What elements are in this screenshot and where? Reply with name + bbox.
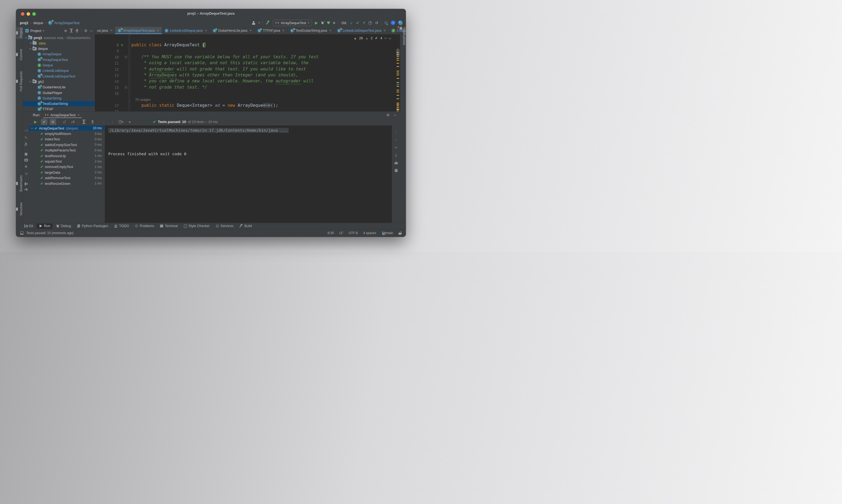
rerun-failed-tests-icon[interactable]: ◖9 <box>24 129 28 132</box>
chevron-down-icon[interactable]: ▾ <box>43 29 44 32</box>
coverage-button[interactable]: ⛊ <box>327 21 330 25</box>
tool-strip-bookmarks[interactable]: Bookmarks <box>16 174 23 193</box>
fold-gutter-icon[interactable]: − <box>125 86 127 89</box>
editor-tab[interactable]: ue.java✕ <box>95 27 115 34</box>
close-tab-icon[interactable]: ✕ <box>157 29 159 32</box>
status-message[interactable]: Tests passed: 10 (moments ago) <box>26 231 73 235</box>
history-icon[interactable] <box>368 21 372 25</box>
tool-window-button-git[interactable]: Git <box>21 223 36 229</box>
run-test-gutter-icon[interactable]: ↻ <box>121 42 123 47</box>
run-console[interactable]: /Library/Java/JavaVirtualMachines/temuri… <box>105 125 392 223</box>
close-tab-icon[interactable]: ✕ <box>205 29 207 32</box>
clear-console-icon[interactable] <box>395 169 398 172</box>
project-tree-item[interactable]: CArrayDequeTest <box>23 57 95 62</box>
sort-alphabetically-icon[interactable]: ↓az <box>61 119 67 125</box>
project-tree-item[interactable]: CGuitarPlayer <box>23 90 95 95</box>
previous-occurrence-icon[interactable]: ↑ <box>100 119 107 125</box>
search-everywhere-icon[interactable] <box>384 21 388 25</box>
editor-tab[interactable]: CLinkedListDequeTest.java✕ <box>334 27 389 34</box>
test-row[interactable]: ✔testResizeUp1 ms <box>29 153 104 159</box>
stop-icon[interactable] <box>25 153 28 156</box>
test-row[interactable]: ✔addIsEmptySizeTest0 ms <box>29 142 104 147</box>
git-branch-widget[interactable]: main <box>382 231 393 235</box>
close-tab-icon[interactable]: ✕ <box>110 29 112 32</box>
user-icon[interactable] <box>252 21 256 25</box>
lock-icon[interactable] <box>398 231 401 235</box>
editor-tab[interactable]: CGuitarHeroLite.java✕ <box>210 27 255 34</box>
test-row[interactable]: ✔indexTest0 ms <box>29 137 104 142</box>
breadcrumb-file[interactable]: ArrayDequeTest <box>54 21 80 25</box>
project-tree-item[interactable]: IDeque <box>23 62 95 68</box>
file-encoding[interactable]: UTF-8 <box>348 231 358 235</box>
show-ignored-toggle[interactable]: ⊘ <box>50 119 56 125</box>
git-commit-icon[interactable]: ✔ <box>356 21 359 25</box>
tool-window-button-services[interactable]: Services <box>213 223 236 229</box>
tool-window-button-python-packages[interactable]: Python Packages <box>74 223 111 229</box>
run-settings-gear-icon[interactable]: ⚙ <box>386 113 390 117</box>
test-row[interactable]: ✔equalsTest2 ms <box>29 159 104 164</box>
tool-strip-notifications[interactable]: Notifications <box>399 28 406 45</box>
print-icon[interactable] <box>394 162 398 165</box>
run-tab[interactable]: ArrayDequeTest ✕ <box>44 112 81 118</box>
tool-strip-commit[interactable]: Commit <box>16 48 23 61</box>
build-hammer-icon[interactable] <box>266 21 270 25</box>
indent-setting[interactable]: 4 spaces <box>363 231 376 235</box>
test-settings-wrench-icon[interactable] <box>24 143 28 146</box>
git-push-icon[interactable]: ↗ <box>362 21 366 25</box>
test-row[interactable]: ✔addRemoveTest0 ms <box>29 175 104 181</box>
gradient-sphere-icon[interactable] <box>398 21 402 25</box>
rerun-tests-button[interactable]: ▶ <box>32 119 39 125</box>
editor-tab[interactable]: CLinkedListDeque.java✕ <box>162 27 210 34</box>
import-test-results-icon[interactable]: ⇲ <box>25 172 28 176</box>
breadcrumb-package[interactable]: deque <box>33 21 43 25</box>
close-tab-icon[interactable]: ✕ <box>383 29 386 32</box>
hide-panel-icon[interactable]: ─ <box>90 29 92 33</box>
project-tree-item[interactable]: proj1 sources root, ~/Documents/cs <box>23 35 95 40</box>
project-tree-item[interactable]: CGuitarString <box>23 95 95 101</box>
tool-window-button-todo[interactable]: TODO <box>112 223 131 229</box>
tool-window-button-terminal[interactable]: Terminal <box>158 223 180 229</box>
code-area[interactable]: 8↻public class ArrayDequeTest {910− /** … <box>95 34 396 111</box>
project-tree-item[interactable]: CTestGuitarString <box>23 101 95 107</box>
tool-window-button-problems[interactable]: Problems <box>132 223 156 229</box>
soft-wrap-icon[interactable]: ↩ <box>395 145 398 149</box>
test-row[interactable]: ✔removeEmptyTest1 ms <box>29 164 104 169</box>
show-passed-toggle[interactable]: ✔ <box>41 119 48 125</box>
project-tree-item[interactable]: gh2 <box>23 79 95 84</box>
layout-icon[interactable] <box>20 231 23 235</box>
expand-all-icon[interactable] <box>70 29 73 33</box>
project-tree-item[interactable]: CArrayDeque <box>23 52 95 57</box>
gear-icon[interactable]: ⚙ <box>84 29 87 33</box>
run-button[interactable]: ▶ <box>315 21 318 25</box>
pin-tab-icon[interactable] <box>24 188 28 192</box>
toggle-auto-test-icon[interactable]: ↻ <box>25 136 28 140</box>
scroll-up-icon[interactable]: ↑ <box>395 129 397 133</box>
debug-button[interactable] <box>321 21 324 24</box>
close-tab-icon[interactable]: ✕ <box>282 29 284 32</box>
editor-tab[interactable]: CArrayDequeTest.java✕ <box>115 27 162 34</box>
project-tree-item[interactable]: .idea <box>23 40 95 46</box>
stop-button[interactable]: ■ <box>333 21 335 25</box>
test-row[interactable]: ✔largeData2 ms <box>29 169 104 175</box>
thread-dump-camera-icon[interactable] <box>24 159 28 162</box>
test-row[interactable]: ✔multipleParamsTest0 ms <box>29 148 104 153</box>
project-tree-item[interactable]: CTTFAF <box>23 107 95 111</box>
scroll-to-end-icon[interactable]: ↧ <box>395 154 398 158</box>
project-panel-title[interactable]: Project <box>30 29 41 33</box>
attach-debugger-icon[interactable]: ⚉ <box>25 165 28 168</box>
close-tab-icon[interactable]: ✕ <box>250 29 252 32</box>
line-separator[interactable]: LF <box>339 231 343 235</box>
editor-tab[interactable]: CTestGuitarString.java✕ <box>288 27 334 34</box>
tool-window-button-run[interactable]: Run <box>37 223 53 229</box>
rollback-icon[interactable]: ↺ <box>375 21 378 25</box>
test-row[interactable]: ✔testResizeDown1 ms <box>29 181 104 186</box>
project-tree-item[interactable]: CGuitarHeroLite <box>23 85 95 90</box>
tool-window-button-style-checker[interactable]: Style Checker <box>181 223 212 229</box>
collapse-all-icon[interactable] <box>89 119 96 125</box>
test-row[interactable]: ✔ArrayDequeTest (deque)10 ms <box>29 125 104 131</box>
ide-update-icon[interactable]: ↑ <box>391 21 395 25</box>
next-occurrence-icon[interactable]: ↓ <box>109 119 116 125</box>
test-row[interactable]: ✔emptyNullReturn3 ms <box>29 131 104 136</box>
locate-file-icon[interactable]: ⊕ <box>64 29 67 33</box>
close-tab-icon[interactable]: ✕ <box>329 29 331 32</box>
